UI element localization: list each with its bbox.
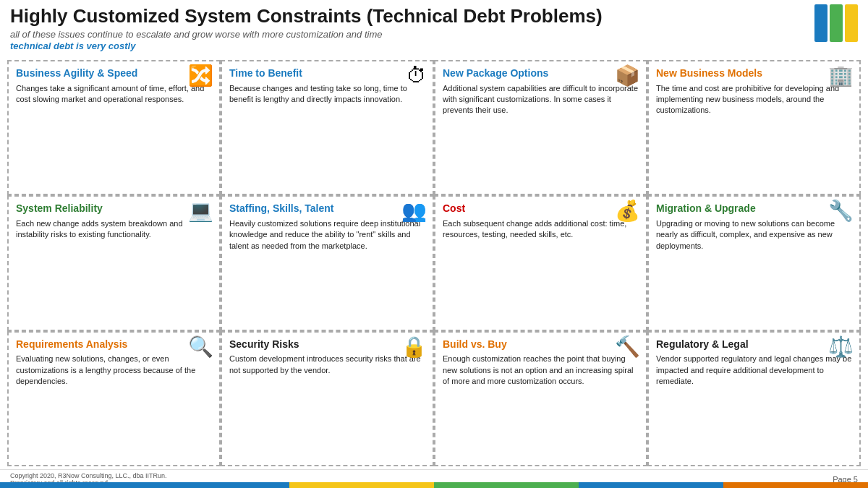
header-tagline: technical debt is very costly (10, 40, 858, 51)
footer-bar-green (434, 482, 579, 488)
card-new-package-options: New Package Options 📦 Additional system … (434, 60, 647, 195)
card-icon-security-risks: 🔒 (401, 337, 427, 357)
card-text-security-risks: Custom development introduces security r… (229, 354, 425, 376)
card-title-security-risks: Security Risks (229, 338, 425, 351)
footer-color-bars (0, 482, 868, 488)
page: Highly Customized System Constraints (Te… (0, 0, 868, 488)
corner-bar-green (830, 4, 843, 42)
card-text-staffing-skills: Heavily customized solutions require dee… (229, 218, 425, 252)
card-requirements-analysis: Requirements Analysis 🔍 Evaluating new s… (7, 331, 221, 466)
card-title-system-reliability: System Reliability (16, 202, 212, 215)
card-system-reliability: System Reliability 💻 Each new change add… (7, 195, 221, 330)
corner-bar-blue (814, 4, 827, 42)
card-title-time-to-benefit: Time to Benefit (229, 67, 425, 80)
card-text-migration-upgrade: Upgrading or moving to new solutions can… (656, 218, 852, 252)
cards-grid: Business Agility & Speed 🔀 Changes take … (0, 56, 868, 469)
card-title-requirements-analysis: Requirements Analysis (16, 338, 212, 351)
card-business-agility: Business Agility & Speed 🔀 Changes take … (7, 60, 221, 195)
header: Highly Customized System Constraints (Te… (0, 0, 868, 53)
card-icon-requirements-analysis: 🔍 (188, 337, 213, 357)
footer-bar-blue1 (0, 482, 289, 488)
footer-bar-blue2 (579, 482, 723, 488)
card-text-time-to-benefit: Because changes and testing take so long… (229, 83, 425, 106)
card-text-new-business-models: The time and cost are prohibitive for de… (656, 83, 852, 116)
card-staffing-skills: Staffing, Skills, Talent 👥 Heavily custo… (221, 195, 434, 330)
card-text-regulatory-legal: Vendor supported regulatory and legal ch… (656, 354, 852, 387)
corner-decoration (814, 4, 858, 42)
card-icon-new-business-models: 🏢 (828, 66, 854, 86)
card-title-business-agility: Business Agility & Speed (16, 67, 212, 80)
footer-bar-orange (723, 482, 868, 488)
footer-bar-yellow (289, 482, 434, 488)
card-icon-build-vs-buy: 🔨 (615, 337, 640, 357)
page-title: Highly Customized System Constraints (Te… (10, 6, 858, 27)
card-title-regulatory-legal: Regulatory & Legal (656, 338, 852, 351)
card-text-cost: Each subsequent change adds additional c… (443, 218, 639, 241)
card-title-new-package-options: New Package Options (443, 67, 639, 80)
card-title-migration-upgrade: Migration & Upgrade (656, 202, 852, 215)
card-text-new-package-options: Additional system capabilities are diffi… (443, 83, 639, 116)
card-new-business-models: New Business Models 🏢 The time and cost … (647, 60, 861, 195)
header-subtitle: all of these issues continue to escalate… (10, 29, 858, 40)
card-build-vs-buy: Build vs. Buy 🔨 Enough customization rea… (434, 331, 647, 466)
card-time-to-benefit: Time to Benefit ⏱ Because changes and te… (221, 60, 434, 195)
card-icon-staffing-skills: 👥 (401, 201, 427, 221)
card-security-risks: Security Risks 🔒 Custom development intr… (221, 331, 434, 466)
card-title-new-business-models: New Business Models (656, 67, 852, 80)
card-icon-business-agility: 🔀 (188, 66, 213, 86)
card-text-build-vs-buy: Enough customization reaches the point t… (443, 354, 639, 387)
card-title-staffing-skills: Staffing, Skills, Talent (229, 202, 425, 215)
card-icon-migration-upgrade: 🔧 (828, 201, 854, 221)
card-title-cost: Cost (443, 202, 639, 215)
card-cost: Cost 💰 Each subsequent change adds addit… (434, 195, 647, 330)
card-text-requirements-analysis: Evaluating new solutions, changes, or ev… (16, 354, 212, 387)
card-icon-time-to-benefit: ⏱ (407, 66, 427, 86)
card-regulatory-legal: Regulatory & Legal ⚖️ Vendor supported r… (647, 331, 861, 466)
card-icon-regulatory-legal: ⚖️ (828, 337, 854, 357)
corner-bar-yellow (845, 4, 858, 42)
card-text-system-reliability: Each new change adds system breakdown an… (16, 218, 212, 241)
card-title-build-vs-buy: Build vs. Buy (443, 338, 639, 351)
card-text-business-agility: Changes take a significant amount of tim… (16, 83, 212, 106)
card-icon-system-reliability: 💻 (188, 201, 213, 221)
card-migration-upgrade: Migration & Upgrade 🔧 Upgrading or movin… (647, 195, 861, 330)
card-icon-new-package-options: 📦 (615, 66, 640, 86)
card-icon-cost: 💰 (615, 201, 640, 221)
